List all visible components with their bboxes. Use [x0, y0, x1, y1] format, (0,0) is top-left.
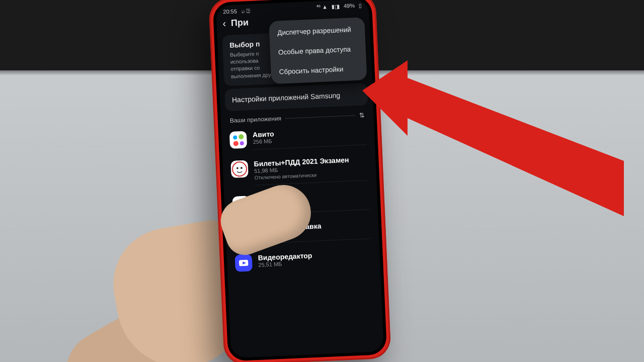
svg-marker-9: [362, 60, 624, 216]
samsung-label: Настройки приложений Samsung: [232, 91, 341, 104]
annotation-arrow: [362, 60, 624, 231]
apps-list: Авито 256 МБ Билеты+ПДД 2021 Экзамен 51,…: [221, 120, 380, 279]
your-apps-label: Ваши приложения: [230, 115, 282, 124]
svg-point-3: [240, 141, 244, 145]
battery-icon: ▯: [359, 2, 362, 8]
status-net-icon: ⁴⁶ ▲: [316, 4, 328, 10]
svg-point-4: [232, 161, 247, 176]
scene: 20:55 ⌕ ⍰ ⁴⁶ ▲ ▮◨ 49% ▯ ‹ При Выбор п: [0, 0, 644, 362]
svg-point-1: [238, 134, 244, 139]
back-icon[interactable]: ‹: [222, 18, 226, 29]
status-signal-icon: ▮◨: [332, 3, 340, 10]
app-icon-avito: [229, 131, 247, 148]
app-icon-browser: Y: [232, 196, 250, 213]
app-icon-pdd: [230, 160, 248, 177]
app-icon-quickshare: [233, 225, 251, 242]
list-item[interactable]: Билеты+ПДД 2021 Экзамен 51,98 МБ Отключе…: [222, 149, 377, 192]
page-title: При: [231, 17, 249, 29]
status-left-icons: ⌕ ⍰: [242, 8, 251, 14]
samsung-apps-settings[interactable]: Настройки приложений Samsung: [224, 83, 368, 111]
app-icon-video-editor: [234, 254, 252, 272]
menu-item-reset-settings[interactable]: Сбросить настройки: [271, 58, 367, 82]
overflow-menu: Диспетчер разрешений Особые права доступ…: [269, 17, 367, 84]
status-time: 20:55: [223, 8, 237, 15]
divider: [285, 115, 355, 119]
status-batt-pct: 49%: [344, 3, 355, 9]
svg-point-0: [233, 135, 237, 139]
phone-frame: 20:55 ⌕ ⍰ ⁴⁶ ▲ ▮◨ 49% ▯ ‹ При Выбор п: [208, 0, 391, 362]
phone-screen: 20:55 ⌕ ⍰ ⁴⁶ ▲ ▮◨ 49% ▯ ‹ При Выбор п: [216, 0, 384, 358]
sort-icon[interactable]: ⇅: [359, 111, 365, 119]
svg-point-2: [233, 141, 238, 146]
list-item[interactable]: Видеоредактор 25,51 МБ: [226, 243, 380, 279]
